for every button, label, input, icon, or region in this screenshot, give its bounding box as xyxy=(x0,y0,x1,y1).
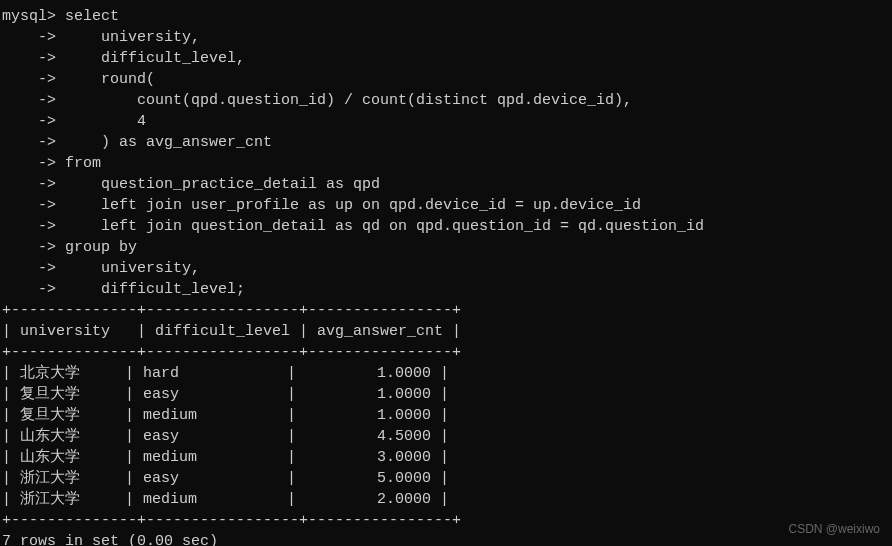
sql-line: -> ) as avg_answer_cnt xyxy=(2,132,890,153)
sql-line: -> question_practice_detail as qpd xyxy=(2,174,890,195)
watermark: CSDN @weixiwo xyxy=(788,521,880,538)
table-row: | 浙江大学 | medium | 2.0000 | xyxy=(2,489,890,510)
sql-line: -> 4 xyxy=(2,111,890,132)
sql-line: -> group by xyxy=(2,237,890,258)
table-row: | 浙江大学 | easy | 5.0000 | xyxy=(2,468,890,489)
table-row: | 复旦大学 | easy | 1.0000 | xyxy=(2,384,890,405)
table-row: | 山东大学 | easy | 4.5000 | xyxy=(2,426,890,447)
table-separator: +--------------+-----------------+------… xyxy=(2,342,890,363)
table-separator: +--------------+-----------------+------… xyxy=(2,300,890,321)
sql-line: -> from xyxy=(2,153,890,174)
sql-line: -> left join question_detail as qd on qp… xyxy=(2,216,890,237)
table-row: | 复旦大学 | medium | 1.0000 | xyxy=(2,405,890,426)
sql-line: -> count(qpd.question_id) / count(distin… xyxy=(2,90,890,111)
sql-line: -> difficult_level, xyxy=(2,48,890,69)
table-row: | 山东大学 | medium | 3.0000 | xyxy=(2,447,890,468)
terminal-output: mysql> select -> university, -> difficul… xyxy=(2,6,890,546)
result-footer: 7 rows in set (0.00 sec) xyxy=(2,531,890,546)
table-row: | 北京大学 | hard | 1.0000 | xyxy=(2,363,890,384)
sql-line: -> left join user_profile as up on qpd.d… xyxy=(2,195,890,216)
sql-line: -> university, xyxy=(2,27,890,48)
table-separator: +--------------+-----------------+------… xyxy=(2,510,890,531)
sql-line: -> difficult_level; xyxy=(2,279,890,300)
sql-line: -> university, xyxy=(2,258,890,279)
table-header: | university | difficult_level | avg_ans… xyxy=(2,321,890,342)
sql-line: mysql> select xyxy=(2,6,890,27)
sql-line: -> round( xyxy=(2,69,890,90)
